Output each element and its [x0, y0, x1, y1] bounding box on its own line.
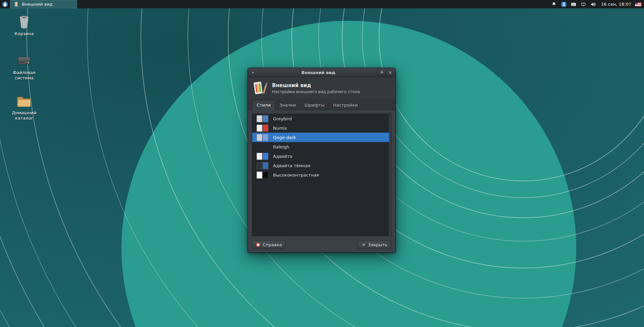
theme-row[interactable]: Адвайта — [252, 151, 389, 161]
help-icon — [256, 243, 260, 247]
appearance-window: ▾ Внешний вид × Внешний — [248, 68, 396, 253]
desktop-icon-trash[interactable]: Корзина — [6, 14, 43, 37]
volume-icon[interactable] — [590, 1, 596, 7]
window-menu-icon[interactable]: ▾ — [249, 71, 257, 74]
theme-preview-swatch — [257, 115, 268, 122]
appearance-dialog-icon — [253, 81, 268, 95]
styles-pane: GreybirdNumixQogir-darkRaleighАдвайтаАдв… — [248, 110, 395, 253]
theme-name: Адвайта тёмная — [273, 163, 310, 168]
theme-preview-swatch — [257, 153, 268, 160]
window-controls: × — [380, 70, 392, 75]
theme-name: Адвайта — [273, 154, 292, 159]
close-dialog-button[interactable]: × Закрыть — [358, 240, 391, 249]
theme-name: Numix — [273, 126, 287, 131]
dialog-header: Внешний вид Настройки внешнего вид рабоч… — [248, 77, 395, 99]
tab-fonts[interactable]: Шрифты — [300, 100, 329, 110]
harddrive-icon — [16, 53, 32, 68]
close-button[interactable]: × — [388, 70, 392, 75]
tab-bar: СтилиЗначкиШрифтыНастройки — [248, 99, 395, 110]
tab-styles[interactable]: Стили — [252, 100, 275, 110]
dialog-subtitle: Настройки внешнего вид рабочего стола — [272, 89, 360, 94]
theme-preview-swatch — [257, 125, 268, 132]
dialog-footer: Справка × Закрыть — [248, 236, 395, 253]
theme-row[interactable]: Высококонтрастная — [252, 170, 389, 180]
close-button-label: Закрыть — [368, 242, 387, 247]
theme-preview-swatch — [257, 162, 268, 169]
theme-name: Greybird — [273, 116, 292, 121]
top-panel: Внешний вид — [0, 0, 644, 8]
input-method-icon[interactable] — [571, 1, 577, 7]
close-icon: × — [362, 242, 366, 247]
titlebar[interactable]: ▾ Внешний вид × — [248, 68, 395, 77]
scrollbar[interactable] — [389, 114, 391, 236]
theme-name: Qogir-dark — [273, 135, 296, 140]
whisker-menu-icon — [2, 1, 8, 7]
theme-list: GreybirdNumixQogir-darkRaleighАдвайтаАдв… — [252, 114, 389, 236]
theme-row[interactable]: Qogir-dark — [252, 133, 389, 142]
desktop-icon-label: Файловая система — [7, 70, 41, 80]
keyboard-layout-flag-icon[interactable] — [635, 2, 641, 6]
desktop-icon-label: Корзина — [14, 31, 34, 37]
applications-menu-button[interactable] — [0, 0, 10, 8]
theme-row[interactable]: Адвайта тёмная — [252, 161, 389, 170]
desktop-icon-label: Домашний каталог — [7, 110, 41, 121]
theme-name: Raleigh — [273, 144, 289, 149]
session-icon[interactable] — [580, 1, 586, 7]
theme-row[interactable]: Greybird — [252, 114, 389, 123]
system-tray: 16 сен, 18:07 — [551, 1, 644, 7]
trash-icon — [16, 14, 32, 29]
theme-preview-swatch — [257, 143, 268, 150]
tab-settings[interactable]: Настройки — [329, 100, 362, 110]
bluetooth-icon[interactable] — [561, 1, 567, 7]
theme-name: Высококонтрастная — [273, 173, 319, 178]
theme-row[interactable]: Raleigh — [252, 142, 389, 151]
theme-preview-swatch — [257, 134, 268, 141]
appearance-icon — [14, 2, 19, 7]
tab-icons[interactable]: Значки — [275, 100, 300, 110]
dialog-header-text: Внешний вид Настройки внешнего вид рабоч… — [272, 82, 360, 94]
window-title: Внешний вид — [257, 70, 380, 75]
help-button-label: Справка — [263, 242, 282, 247]
desktop-icon-filesystem[interactable]: Файловая система — [6, 53, 43, 80]
help-button[interactable]: Справка — [252, 240, 286, 249]
taskbar-window-button[interactable]: Внешний вид — [10, 0, 77, 8]
theme-row[interactable]: Numix — [252, 123, 389, 133]
notifications-icon[interactable] — [551, 1, 557, 7]
theme-list-box: GreybirdNumixQogir-darkRaleighАдвайтаАдв… — [252, 114, 391, 236]
dialog-title: Внешний вид — [272, 82, 360, 88]
desktop: Корзина Файловая система Домашний катало… — [0, 0, 644, 327]
maximize-button[interactable] — [380, 70, 384, 75]
taskbar-window-label: Внешний вид — [22, 2, 53, 7]
theme-preview-swatch — [257, 172, 268, 179]
folder-icon — [16, 93, 32, 109]
clock[interactable]: 16 сен, 18:07 — [601, 2, 631, 7]
desktop-icon-home[interactable]: Домашний каталог — [6, 93, 43, 121]
